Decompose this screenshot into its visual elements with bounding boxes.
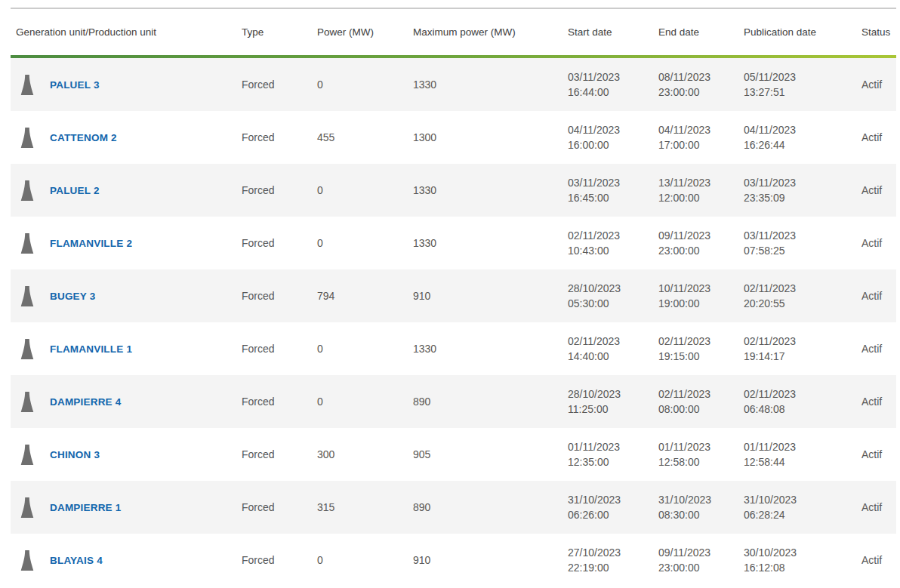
type-cell: Forced xyxy=(231,79,307,91)
end-date-cell: 01/11/2023 12:58:00 xyxy=(648,439,733,469)
table-row: DAMPIERRE 4 Forced 0 890 28/10/2023 11:2… xyxy=(11,375,896,428)
end-date-cell: 02/11/2023 19:15:00 xyxy=(648,334,733,364)
start-time: 05:30:00 xyxy=(568,296,648,311)
start-date-cell: 03/11/2023 16:44:00 xyxy=(557,69,648,100)
table-row: DAMPIERRE 1 Forced 315 890 31/10/2023 06… xyxy=(11,481,896,534)
publication-time: 16:12:08 xyxy=(744,560,851,575)
publication-date: 03/11/2023 xyxy=(744,175,851,190)
end-date: 02/11/2023 xyxy=(658,334,733,349)
status-cell: Actif xyxy=(851,290,896,302)
type-cell: Forced xyxy=(231,290,307,302)
end-date-cell: 10/11/2023 19:00:00 xyxy=(648,281,733,311)
publication-date-cell: 02/11/2023 20:20:55 xyxy=(733,281,851,311)
end-date: 09/11/2023 xyxy=(658,228,733,243)
generation-unit-link[interactable]: DAMPIERRE 1 xyxy=(50,502,121,513)
publication-time: 12:58:44 xyxy=(744,454,851,469)
status-cell: Actif xyxy=(851,237,896,249)
start-date: 03/11/2023 xyxy=(568,175,648,190)
cooling-tower-icon xyxy=(20,128,34,148)
start-time: 14:40:00 xyxy=(568,349,648,364)
col-header-type: Type xyxy=(231,26,307,38)
power-cell: 455 xyxy=(307,131,402,143)
end-date-cell: 31/10/2023 08:30:00 xyxy=(648,492,733,522)
col-header-status: Status xyxy=(851,26,896,38)
end-date: 31/10/2023 xyxy=(658,492,733,507)
start-date-cell: 27/10/2023 22:19:00 xyxy=(557,545,648,575)
start-date-cell: 28/10/2023 11:25:00 xyxy=(557,386,648,417)
status-cell: Actif xyxy=(851,554,896,566)
publication-time: 07:58:25 xyxy=(744,243,851,258)
start-date-cell: 03/11/2023 16:45:00 xyxy=(557,175,648,205)
generation-unit-link[interactable]: FLAMANVILLE 1 xyxy=(50,343,132,355)
publication-date-cell: 30/10/2023 16:12:08 xyxy=(733,545,851,575)
publication-time: 19:14:17 xyxy=(744,349,851,364)
type-cell: Forced xyxy=(231,554,307,566)
publication-date-cell: 03/11/2023 23:35:09 xyxy=(733,175,851,205)
table-row: FLAMANVILLE 1 Forced 0 1330 02/11/2023 1… xyxy=(11,322,896,375)
end-date: 10/11/2023 xyxy=(658,281,733,296)
col-header-publication-date: Publication date xyxy=(733,26,851,38)
cooling-tower-icon xyxy=(20,233,34,254)
status-cell: Actif xyxy=(851,396,896,408)
publication-date-cell: 03/11/2023 07:58:25 xyxy=(733,228,851,258)
type-cell: Forced xyxy=(231,501,307,513)
max-power-cell: 910 xyxy=(402,290,557,302)
publication-date: 03/11/2023 xyxy=(744,228,851,243)
publication-time: 13:27:51 xyxy=(744,85,851,100)
end-time: 08:00:00 xyxy=(658,402,733,417)
col-header-power: Power (MW) xyxy=(307,26,402,38)
publication-time: 06:48:08 xyxy=(744,402,851,417)
end-time: 19:15:00 xyxy=(658,349,733,364)
power-cell: 0 xyxy=(307,343,402,355)
start-time: 16:44:00 xyxy=(568,85,648,100)
start-date: 01/11/2023 xyxy=(568,439,648,454)
end-time: 12:00:00 xyxy=(658,190,733,205)
publication-time: 20:20:55 xyxy=(744,296,851,311)
end-date-cell: 09/11/2023 23:00:00 xyxy=(648,228,733,258)
end-time: 23:00:00 xyxy=(658,85,733,100)
end-time: 17:00:00 xyxy=(658,137,733,152)
publication-date-cell: 01/11/2023 12:58:44 xyxy=(733,439,851,469)
generation-unit-cell: DAMPIERRE 4 xyxy=(11,392,231,412)
end-time: 08:30:00 xyxy=(658,507,733,522)
start-time: 22:19:00 xyxy=(568,560,648,575)
generation-unit-link[interactable]: PALUEL 2 xyxy=(50,185,100,196)
end-date-cell: 02/11/2023 08:00:00 xyxy=(648,386,733,417)
generation-unit-cell: PALUEL 3 xyxy=(11,75,231,95)
cooling-tower-icon xyxy=(20,286,34,306)
table-row: BLAYAIS 4 Forced 0 910 27/10/2023 22:19:… xyxy=(11,534,896,586)
publication-date: 04/11/2023 xyxy=(744,122,851,137)
col-header-start-date: Start date xyxy=(557,26,648,38)
generation-unit-link[interactable]: BLAYAIS 4 xyxy=(50,555,103,566)
table-body: PALUEL 3 Forced 0 1330 03/11/2023 16:44:… xyxy=(11,58,896,586)
start-date: 02/11/2023 xyxy=(568,334,648,349)
cooling-tower-icon xyxy=(20,180,34,201)
end-time: 23:00:00 xyxy=(658,243,733,258)
max-power-cell: 1330 xyxy=(402,79,557,91)
end-date-cell: 04/11/2023 17:00:00 xyxy=(648,122,733,152)
start-date: 28/10/2023 xyxy=(568,386,648,402)
col-header-end-date: End date xyxy=(648,26,733,38)
generation-unit-link[interactable]: BUGEY 3 xyxy=(50,291,95,302)
generation-unit-cell: BLAYAIS 4 xyxy=(11,550,231,571)
publication-time: 06:28:24 xyxy=(744,507,851,522)
start-time: 12:35:00 xyxy=(568,454,648,469)
max-power-cell: 890 xyxy=(402,501,557,513)
generation-unit-link[interactable]: PALUEL 3 xyxy=(50,79,100,91)
start-date-cell: 02/11/2023 14:40:00 xyxy=(557,334,648,364)
power-cell: 0 xyxy=(307,79,402,91)
end-date-cell: 13/11/2023 12:00:00 xyxy=(648,175,733,205)
generation-unit-link[interactable]: CATTENOM 2 xyxy=(50,132,117,143)
generation-unit-link[interactable]: FLAMANVILLE 2 xyxy=(50,238,132,249)
status-cell: Actif xyxy=(851,184,896,196)
publication-date-cell: 05/11/2023 13:27:51 xyxy=(733,69,851,100)
status-cell: Actif xyxy=(851,79,896,91)
publication-date-cell: 02/11/2023 06:48:08 xyxy=(733,386,851,417)
type-cell: Forced xyxy=(231,237,307,249)
start-date: 02/11/2023 xyxy=(568,228,648,243)
publication-date-cell: 02/11/2023 19:14:17 xyxy=(733,334,851,364)
max-power-cell: 1300 xyxy=(402,131,557,143)
outages-page: Generation unit/Production unit Type Pow… xyxy=(0,0,900,588)
generation-unit-link[interactable]: CHINON 3 xyxy=(50,449,100,460)
generation-unit-link[interactable]: DAMPIERRE 4 xyxy=(50,396,121,408)
